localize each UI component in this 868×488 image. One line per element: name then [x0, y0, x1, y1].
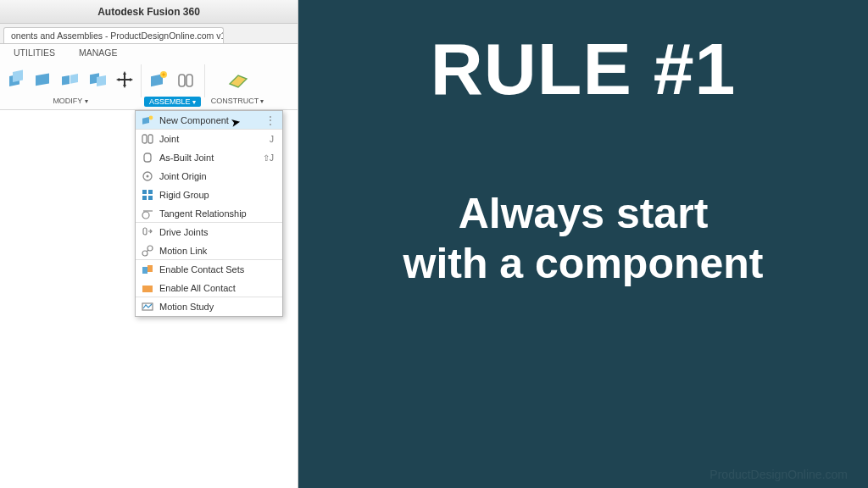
menu-item-motion-study[interactable]: Motion Study [136, 297, 282, 316]
enable-all-contact-icon [141, 281, 154, 295]
slide-body: Always start with a component [403, 189, 764, 289]
ribbon-group-assemble: ASSEMBLE [141, 61, 204, 109]
svg-rect-23 [148, 196, 153, 200]
svg-rect-4 [70, 74, 78, 84]
menu-label: Rigid Group [159, 190, 277, 200]
svg-rect-13 [142, 117, 149, 125]
fusion360-window: Autodesk Fusion 360 onents and Assemblie… [0, 0, 298, 488]
menu-item-asbuilt-joint[interactable]: As-Built Joint ⇧J [136, 148, 282, 167]
menu-label: Enable All Contact [159, 283, 277, 293]
svg-rect-30 [142, 267, 147, 274]
document-tab-bar: onents and Assemblies - ProductDesignOnl… [0, 24, 298, 44]
svg-rect-31 [147, 265, 153, 272]
app-title: Autodesk Fusion 360 [97, 6, 200, 18]
menu-item-rigid-group[interactable]: Rigid Group [136, 186, 282, 204]
ribbon-group-construct: CONSTRUCT [204, 61, 271, 109]
ribbon-menu-manage[interactable]: MANAGE [79, 47, 118, 58]
align-icon[interactable] [85, 67, 110, 92]
menu-item-new-component[interactable]: New Component ⋮ [136, 111, 282, 130]
ribbon-menu-utilities[interactable]: UTILITIES [14, 47, 55, 58]
menu-label: Tangent Relationship [159, 208, 277, 219]
joint-origin-icon [141, 169, 154, 183]
mouse-cursor-icon: ➤ [230, 114, 242, 130]
construct-plane-icon[interactable] [225, 67, 250, 92]
svg-line-29 [147, 250, 148, 252]
slide-watermark: ProductDesignOnline.com [709, 468, 848, 481]
new-component-toolbar-icon[interactable] [146, 67, 171, 92]
menu-label: Motion Link [159, 246, 277, 256]
svg-rect-33 [147, 286, 153, 292]
svg-point-19 [147, 175, 149, 178]
document-tab[interactable]: onents and Assemblies - ProductDesignOnl… [3, 27, 224, 43]
menu-label: Joint Origin [159, 171, 277, 181]
svg-rect-15 [142, 135, 147, 143]
titlebar: Autodesk Fusion 360 [0, 0, 298, 24]
menu-shortcut: J [270, 135, 277, 144]
rigid-group-icon [141, 188, 154, 202]
modify-tool-3-icon[interactable] [58, 67, 83, 92]
menu-label: Drive Joints [159, 227, 277, 237]
ribbon-menu-row: UTILITIES MANAGE [0, 44, 298, 61]
menu-label: Joint [159, 134, 264, 144]
svg-rect-6 [97, 75, 106, 86]
menu-item-motion-link[interactable]: Motion Link [136, 241, 282, 260]
svg-rect-1 [13, 70, 23, 83]
svg-rect-16 [148, 135, 153, 143]
slide-heading: RULE #1 [431, 27, 737, 111]
svg-point-24 [142, 212, 149, 219]
joint-toolbar-icon[interactable] [173, 67, 198, 92]
svg-rect-32 [142, 286, 147, 292]
document-tab-label: onents and Assemblies - ProductDesignOnl… [11, 30, 224, 41]
menu-item-tangent[interactable]: Tangent Relationship [136, 204, 282, 223]
motion-study-icon [141, 300, 154, 313]
menu-item-drive-joints[interactable]: Drive Joints [136, 223, 282, 241]
motion-link-icon [141, 244, 154, 258]
tangent-icon [141, 207, 154, 220]
ribbon-label-assemble[interactable]: ASSEMBLE [144, 97, 201, 107]
menu-more-icon[interactable]: ⋮ [265, 114, 277, 126]
svg-rect-17 [144, 153, 151, 162]
menu-shortcut: ⇧J [263, 153, 277, 163]
modify-tool-2-icon[interactable] [31, 67, 56, 92]
press-pull-icon[interactable] [3, 67, 29, 92]
drive-joints-icon [141, 225, 154, 239]
slide-body-line2: with a component [403, 240, 764, 287]
svg-rect-9 [179, 75, 185, 86]
slide-panel: RULE #1 Always start with a component Pr… [298, 0, 868, 488]
svg-rect-20 [142, 190, 147, 194]
ribbon-label-modify[interactable]: MODIFY [49, 97, 91, 105]
joint-icon [141, 132, 154, 146]
svg-rect-3 [62, 75, 70, 86]
svg-rect-2 [36, 73, 49, 86]
assemble-dropdown: New Component ⋮ Joint J As-Built Joint ⇧… [135, 110, 283, 317]
svg-rect-22 [142, 196, 147, 200]
contact-sets-icon [141, 263, 154, 276]
svg-rect-21 [148, 190, 153, 194]
slide-body-line1: Always start [459, 190, 709, 237]
menu-item-contact-sets[interactable]: Enable Contact Sets [136, 260, 282, 279]
ribbon-toolbar: MODIFY ASSEMBLE CONSTRUCT [0, 61, 298, 110]
ribbon-group-modify: MODIFY [0, 61, 141, 109]
move-icon[interactable] [112, 67, 137, 92]
new-component-icon [141, 114, 154, 127]
menu-item-joint[interactable]: Joint J [136, 130, 282, 148]
menu-label: Motion Study [159, 302, 277, 312]
svg-point-14 [149, 115, 153, 119]
menu-label: Enable Contact Sets [159, 264, 277, 274]
menu-item-joint-origin[interactable]: Joint Origin [136, 167, 282, 186]
menu-item-enable-all-contact[interactable]: Enable All Contact [136, 279, 282, 297]
asbuilt-joint-icon [141, 151, 154, 164]
svg-rect-10 [186, 75, 192, 86]
menu-label: New Component [159, 115, 260, 125]
svg-rect-26 [143, 228, 147, 235]
ribbon-label-construct[interactable]: CONSTRUCT [208, 97, 268, 105]
menu-label: As-Built Joint [159, 152, 258, 163]
